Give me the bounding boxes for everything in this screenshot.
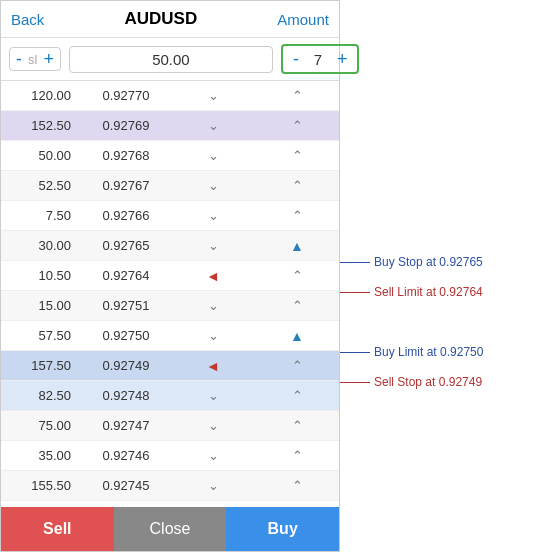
- price-input[interactable]: [69, 46, 273, 73]
- amount-plus-button[interactable]: +: [331, 48, 354, 70]
- row-amount: 157.50: [1, 358, 81, 373]
- row-down-button[interactable]: ⌄: [171, 418, 255, 433]
- header: Back AUDUSD Amount: [1, 1, 339, 38]
- row-up-button[interactable]: ⌃: [255, 178, 339, 193]
- chevron-up-icon: ⌃: [292, 358, 303, 373]
- row-price: 0.92748: [81, 388, 171, 403]
- chevron-down-icon: ⌄: [208, 418, 219, 433]
- close-button[interactable]: Close: [114, 507, 227, 551]
- table-row: 10.500.92764◄⌃: [1, 261, 339, 291]
- footer: Sell Close Buy: [1, 507, 339, 551]
- sl-control: - sl +: [9, 47, 61, 71]
- row-up-button[interactable]: ⌃: [255, 478, 339, 493]
- row-price: 0.92749: [81, 358, 171, 373]
- row-down-button[interactable]: ⌄: [171, 478, 255, 493]
- back-button[interactable]: Back: [11, 11, 44, 28]
- annotation-text: Sell Limit at 0.92764: [374, 285, 483, 299]
- amount-control: - 7 +: [281, 44, 360, 74]
- row-amount: 155.50: [1, 478, 81, 493]
- pair-title: AUDUSD: [124, 9, 197, 29]
- chevron-down-icon: ⌄: [208, 88, 219, 103]
- annotation-text: Sell Stop at 0.92749: [374, 375, 482, 389]
- controls-row: - sl + - 7 +: [1, 38, 339, 81]
- row-up-button[interactable]: ⌃: [255, 298, 339, 313]
- chevron-down-icon: ⌄: [208, 118, 219, 133]
- chevron-up-icon: ▲: [290, 328, 304, 344]
- row-price: 0.92750: [81, 328, 171, 343]
- row-down-button[interactable]: ⌄: [171, 178, 255, 193]
- row-up-button[interactable]: ⌃: [255, 118, 339, 133]
- row-amount: 75.00: [1, 418, 81, 433]
- chevron-down-icon: ◄: [206, 358, 220, 374]
- sell-button[interactable]: Sell: [1, 507, 114, 551]
- annotation-text: Buy Stop at 0.92765: [374, 255, 483, 269]
- chevron-up-icon: ⌃: [292, 118, 303, 133]
- row-down-button[interactable]: ◄: [171, 268, 255, 284]
- row-amount: 15.00: [1, 298, 81, 313]
- row-price: 0.92764: [81, 268, 171, 283]
- chevron-up-icon: ⌃: [292, 388, 303, 403]
- table-row: 120.000.92770⌄⌃: [1, 81, 339, 111]
- row-amount: 7.50: [1, 208, 81, 223]
- row-amount: 35.00: [1, 448, 81, 463]
- chevron-down-icon: ⌄: [208, 238, 219, 253]
- table-row: 50.000.92768⌄⌃: [1, 141, 339, 171]
- chevron-up-icon: ⌃: [292, 268, 303, 283]
- annotation-blue: Buy Stop at 0.92765: [340, 255, 483, 269]
- table-row: 7.500.92766⌄⌃: [1, 201, 339, 231]
- row-down-button[interactable]: ◄: [171, 358, 255, 374]
- row-down-button[interactable]: ⌄: [171, 448, 255, 463]
- table-row: 52.500.92767⌄⌃: [1, 171, 339, 201]
- amount-button[interactable]: Amount: [277, 11, 329, 28]
- chevron-down-icon: ⌄: [208, 388, 219, 403]
- chevron-up-icon: ⌃: [292, 88, 303, 103]
- row-price: 0.92767: [81, 178, 171, 193]
- annotation-red: Sell Stop at 0.92749: [340, 375, 482, 389]
- row-down-button[interactable]: ⌄: [171, 88, 255, 103]
- row-price: 0.92770: [81, 88, 171, 103]
- row-price: 0.92766: [81, 208, 171, 223]
- annotation-blue: Buy Limit at 0.92750: [340, 345, 483, 359]
- price-table: 120.000.92770⌄⌃152.500.92769⌄⌃50.000.927…: [1, 81, 339, 507]
- row-up-button[interactable]: ⌃: [255, 148, 339, 163]
- amount-value: 7: [309, 51, 327, 68]
- row-price: 0.92765: [81, 238, 171, 253]
- annotation-red: Sell Limit at 0.92764: [340, 285, 483, 299]
- row-up-button[interactable]: ⌃: [255, 268, 339, 283]
- chevron-down-icon: ⌄: [208, 178, 219, 193]
- row-down-button[interactable]: ⌄: [171, 328, 255, 343]
- chevron-up-icon: ⌃: [292, 478, 303, 493]
- chevron-up-icon: ▲: [290, 238, 304, 254]
- row-up-button[interactable]: ⌃: [255, 358, 339, 373]
- row-amount: 152.50: [1, 118, 81, 133]
- sl-plus-button[interactable]: +: [37, 48, 60, 70]
- row-up-button[interactable]: ⌃: [255, 448, 339, 463]
- row-down-button[interactable]: ⌄: [171, 298, 255, 313]
- row-up-button[interactable]: ⌃: [255, 388, 339, 403]
- table-row: 82.500.92748⌄⌃: [1, 381, 339, 411]
- annotation-text: Buy Limit at 0.92750: [374, 345, 483, 359]
- row-amount: 10.50: [1, 268, 81, 283]
- row-down-button[interactable]: ⌄: [171, 148, 255, 163]
- buy-button[interactable]: Buy: [226, 507, 339, 551]
- row-up-button[interactable]: ▲: [255, 238, 339, 254]
- table-row: 157.500.92749◄⌃: [1, 351, 339, 381]
- row-down-button[interactable]: ⌄: [171, 388, 255, 403]
- row-up-button[interactable]: ⌃: [255, 88, 339, 103]
- row-amount: 57.50: [1, 328, 81, 343]
- sl-label: sl: [28, 52, 37, 67]
- row-up-button[interactable]: ⌃: [255, 208, 339, 223]
- chevron-down-icon: ⌄: [208, 448, 219, 463]
- row-down-button[interactable]: ⌄: [171, 208, 255, 223]
- row-amount: 50.00: [1, 148, 81, 163]
- sl-minus-button[interactable]: -: [10, 48, 28, 70]
- row-price: 0.92745: [81, 478, 171, 493]
- amount-minus-button[interactable]: -: [287, 48, 305, 70]
- row-down-button[interactable]: ⌄: [171, 238, 255, 253]
- table-row: 35.000.92746⌄⌃: [1, 441, 339, 471]
- row-down-button[interactable]: ⌄: [171, 118, 255, 133]
- row-up-button[interactable]: ⌃: [255, 418, 339, 433]
- chevron-down-icon: ◄: [206, 268, 220, 284]
- row-up-button[interactable]: ▲: [255, 328, 339, 344]
- row-amount: 30.00: [1, 238, 81, 253]
